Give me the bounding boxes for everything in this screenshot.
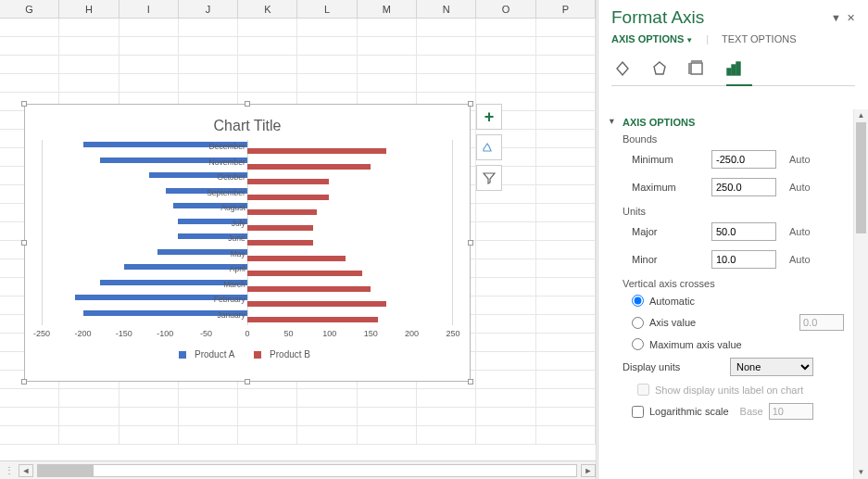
svg-rect-1 (691, 63, 702, 74)
bar-product-b[interactable] (247, 179, 329, 184)
bounds-label: Bounds (623, 133, 844, 145)
log-scale-checkbox[interactable] (632, 406, 644, 418)
bar-product-b[interactable] (247, 301, 386, 307)
category-label: November (209, 158, 245, 167)
legend-label-b: Product B (270, 349, 310, 359)
scroll-left-arrow[interactable]: ◄ (19, 464, 33, 477)
category-label: May (231, 249, 245, 258)
resize-handle[interactable] (245, 101, 250, 107)
axis-options-icon[interactable] (723, 57, 745, 80)
resize-handle[interactable] (21, 240, 27, 246)
bar-product-b[interactable] (247, 317, 378, 322)
bar-product-b[interactable] (247, 271, 362, 276)
resize-handle[interactable] (21, 379, 27, 384)
scroll-up-arrow[interactable]: ▲ (854, 109, 868, 122)
col-header[interactable]: O (476, 0, 535, 18)
radio-automatic-label[interactable]: Automatic (649, 296, 695, 307)
bar-product-b[interactable] (247, 240, 313, 246)
scroll-thumb[interactable] (38, 465, 94, 476)
resize-handle[interactable] (245, 379, 250, 384)
bar-product-b[interactable] (247, 286, 371, 292)
radio-axis-value[interactable] (632, 317, 644, 329)
bar-product-b[interactable] (247, 164, 371, 170)
fill-line-icon[interactable] (611, 57, 634, 80)
x-tick: 100 (322, 329, 336, 338)
section-axis-options[interactable]: AXIS OPTIONS (623, 117, 844, 128)
x-tick: 50 (283, 329, 293, 338)
category-label: January (218, 310, 245, 320)
chart-styles-button[interactable] (476, 134, 502, 160)
base-input (769, 403, 813, 420)
svg-marker-0 (654, 62, 665, 74)
effects-icon[interactable] (648, 57, 671, 80)
tab-axis-options[interactable]: AXIS OPTIONS▼ (611, 33, 693, 48)
scroll-track[interactable] (37, 464, 577, 477)
major-auto[interactable]: Auto (789, 226, 811, 237)
bar-product-b[interactable] (247, 195, 329, 200)
pane-scroll-thumb[interactable] (856, 122, 866, 233)
col-header[interactable]: M (358, 0, 417, 18)
chart-elements-button[interactable]: + (476, 104, 502, 130)
col-header[interactable]: L (297, 0, 357, 18)
sheet-grip[interactable]: ⋮ (0, 465, 19, 475)
resize-handle[interactable] (468, 101, 473, 107)
x-tick: 250 (446, 329, 459, 338)
radio-max-axis-value-label[interactable]: Maximum axis value (649, 339, 742, 350)
category-label: September (207, 188, 245, 197)
col-header[interactable]: G (0, 0, 59, 18)
major-input[interactable] (711, 222, 776, 241)
horizontal-scrollbar[interactable]: ⋮ ◄ ► (0, 460, 596, 479)
maximum-label: Maximum (632, 182, 702, 193)
chart-filter-button[interactable] (476, 165, 502, 191)
maximum-input[interactable] (711, 178, 776, 196)
resize-handle[interactable] (21, 101, 27, 107)
display-units-select[interactable]: None (730, 358, 813, 376)
bar-product-b[interactable] (247, 256, 346, 261)
minor-auto[interactable]: Auto (789, 254, 811, 265)
resize-handle[interactable] (468, 240, 473, 246)
col-header[interactable]: J (179, 0, 238, 18)
maximum-auto[interactable]: Auto (789, 182, 811, 193)
minor-input[interactable] (711, 250, 776, 269)
tab-text-options[interactable]: TEXT OPTIONS (722, 33, 796, 48)
col-header[interactable]: K (238, 0, 297, 18)
minimum-input[interactable] (711, 150, 776, 169)
resize-handle[interactable] (468, 379, 473, 384)
bar-product-b[interactable] (247, 148, 386, 154)
legend[interactable]: Product A Product B (25, 349, 470, 359)
radio-automatic[interactable] (632, 295, 644, 307)
minimum-label: Minimum (632, 154, 702, 165)
radio-max-axis-value[interactable] (632, 338, 644, 350)
close-icon[interactable]: ✕ (847, 12, 855, 24)
legend-label-a: Product A (195, 349, 234, 359)
chart-object[interactable]: Chart Title DecemberNovemberOctoberSepte… (24, 104, 471, 382)
pane-menu-icon[interactable]: ▼ (831, 12, 841, 24)
pane-vertical-scrollbar[interactable]: ▲ ▼ (853, 109, 868, 479)
chart-title[interactable]: Chart Title (25, 105, 470, 140)
x-tick: -250 (33, 329, 50, 338)
category-label: March (223, 280, 245, 289)
major-label: Major (632, 226, 702, 237)
col-header[interactable]: H (59, 0, 119, 18)
col-header[interactable]: I (120, 0, 179, 18)
scroll-right-arrow[interactable]: ► (581, 464, 596, 477)
minimum-auto[interactable]: Auto (789, 154, 811, 165)
scroll-down-arrow[interactable]: ▼ (854, 466, 868, 479)
radio-axis-value-label[interactable]: Axis value (649, 317, 696, 328)
col-header[interactable]: N (417, 0, 476, 18)
log-scale-label[interactable]: Logarithmic scale (649, 406, 729, 417)
bar-product-b[interactable] (247, 209, 317, 215)
category-label: February (214, 295, 245, 304)
spreadsheet-area: G H I J K L M N O P Chart Title December… (0, 0, 597, 479)
legend-swatch-b (254, 351, 261, 359)
show-units-label-checkbox (637, 384, 649, 396)
category-label: August (220, 203, 245, 212)
x-tick: -150 (116, 329, 132, 338)
size-properties-icon[interactable] (686, 57, 708, 80)
x-axis[interactable]: -250-200-150-100-50050100150200250 (42, 329, 453, 342)
col-header[interactable]: P (536, 0, 596, 18)
bar-product-b[interactable] (247, 225, 313, 231)
units-label: Units (623, 206, 844, 217)
category-label: December (209, 142, 245, 151)
plot-area[interactable]: DecemberNovemberOctoberSeptemberAugustJu… (42, 140, 453, 325)
